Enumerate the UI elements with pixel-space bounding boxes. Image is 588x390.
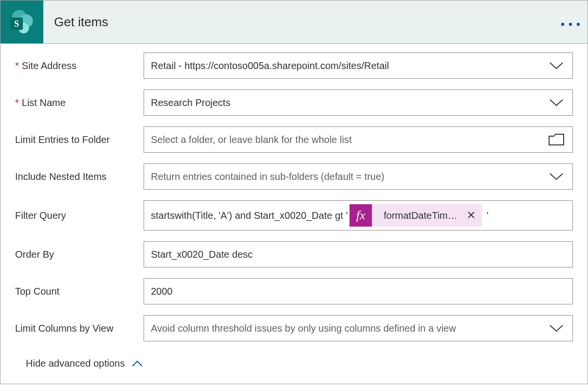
sharepoint-icon: S	[0, 0, 43, 43]
label-site-address: * Site Address	[15, 60, 144, 71]
input-limit-columns[interactable]: Avoid column threshold issues by only us…	[144, 315, 573, 341]
chevron-down-icon[interactable]	[549, 61, 564, 70]
chevron-down-icon[interactable]	[549, 98, 564, 107]
toggle-advanced-options[interactable]: Hide advanced options	[15, 352, 573, 381]
row-list-name: * List Name Research Projects	[15, 89, 573, 116]
label-include-nested: Include Nested Items	[15, 171, 144, 182]
row-filter-query: Filter Query startswith(Title, 'A') and …	[15, 200, 573, 230]
input-filter-query[interactable]: startswith(Title, 'A') and Start_x0020_D…	[144, 200, 573, 230]
label-limit-columns: Limit Columns by View	[15, 323, 144, 334]
label-limit-folder: Limit Entries to Folder	[15, 134, 144, 145]
fx-icon: fx	[349, 204, 372, 227]
card-header[interactable]: S Get items	[0, 0, 588, 44]
token-remove-button[interactable]	[463, 209, 482, 222]
svg-text:S: S	[14, 19, 19, 29]
folder-picker-icon[interactable]	[548, 133, 565, 146]
input-limit-folder[interactable]: Select a folder, or leave blank for the …	[144, 126, 573, 153]
chevron-down-icon[interactable]	[549, 324, 564, 333]
svg-point-6	[561, 23, 564, 26]
expression-token[interactable]: fx formatDateTim…	[349, 204, 482, 227]
required-indicator: *	[15, 60, 19, 71]
action-card: S Get items * Site Address Retail - http…	[0, 0, 588, 384]
row-site-address: * Site Address Retail - https://contoso0…	[15, 53, 573, 79]
row-top-count: Top Count 2000	[15, 278, 573, 304]
row-include-nested: Include Nested Items Return entries cont…	[15, 163, 573, 190]
input-site-address[interactable]: Retail - https://contoso005a.sharepoint.…	[144, 53, 573, 79]
action-title[interactable]: Get items	[43, 15, 553, 30]
label-order-by: Order By	[15, 249, 144, 260]
input-top-count[interactable]: 2000	[144, 278, 573, 304]
chevron-up-icon	[131, 360, 143, 367]
row-order-by: Order By Start_x0020_Date desc	[15, 241, 573, 267]
row-limit-folder: Limit Entries to Folder Select a folder,…	[15, 126, 573, 153]
row-limit-columns: Limit Columns by View Avoid column thres…	[15, 315, 573, 341]
svg-point-7	[569, 23, 572, 26]
more-menu-button[interactable]	[553, 14, 588, 30]
input-order-by[interactable]: Start_x0020_Date desc	[144, 241, 573, 267]
svg-point-8	[577, 23, 580, 26]
card-body: * Site Address Retail - https://contoso0…	[0, 44, 588, 384]
label-list-name: * List Name	[15, 97, 144, 108]
chevron-down-icon[interactable]	[549, 172, 564, 181]
expression-token-label: formatDateTim…	[372, 210, 463, 221]
label-top-count: Top Count	[15, 286, 144, 297]
label-filter-query: Filter Query	[15, 210, 144, 221]
input-list-name[interactable]: Research Projects	[144, 89, 573, 116]
input-include-nested[interactable]: Return entries contained in sub-folders …	[144, 163, 573, 190]
required-indicator: *	[15, 97, 19, 108]
